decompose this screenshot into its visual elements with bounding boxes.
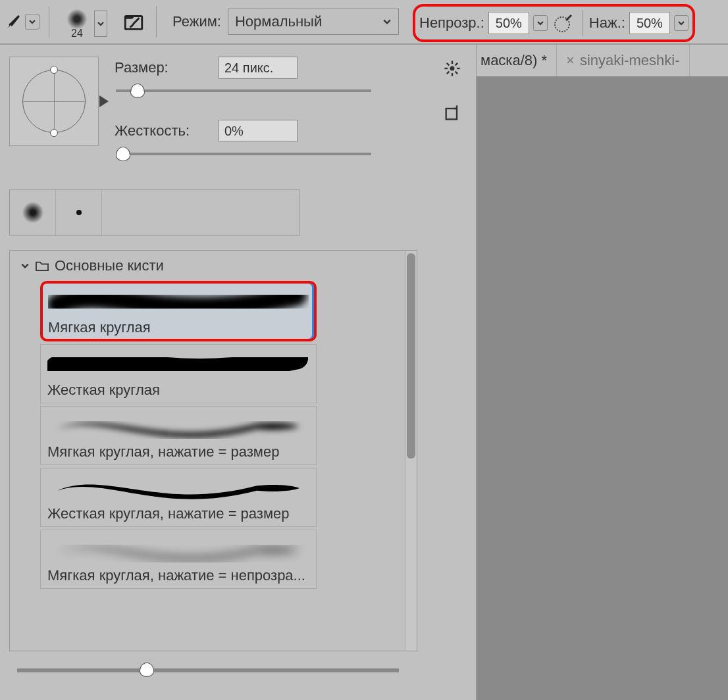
hardness-label: Жесткость: [115,122,207,139]
blend-mode-select[interactable]: Нормальный [228,9,399,35]
pressure-opacity-icon [553,12,574,34]
brush-stroke-preview [47,472,309,504]
flow-dropdown[interactable] [674,15,689,31]
blend-mode-group: Режим: Нормальный [172,9,399,35]
highlighted-opacity-flow: Непрозр.: 50% Наж.: 50% [413,4,695,42]
size-label: Размер: [115,59,207,76]
brush-stroke-preview [48,286,309,318]
svg-line-8 [455,72,458,74]
brush-folder-header[interactable]: Основные кисти [20,257,394,274]
preset-zoom-slider[interactable] [16,663,460,676]
scrollbar-thumb[interactable] [407,253,415,459]
document-tabs: маска/8) * × sinyaki-meshki- [477,45,728,76]
brush-preset-item[interactable]: Жесткая круглая, нажатие = размер [40,468,317,527]
new-preset-icon[interactable] [443,104,461,122]
brush-preset-item[interactable]: Мягкая круглая [40,281,317,341]
brush-preset-item[interactable]: Жесткая круглая [40,344,317,403]
recent-brushes-row [9,189,300,236]
size-input[interactable]: 24 пикс. [219,57,298,79]
chevron-down-icon [382,17,392,26]
folder-icon [35,260,49,272]
document-tab-1[interactable]: маска/8) * [477,45,557,76]
svg-line-9 [455,63,458,66]
brush-stroke-preview [47,349,309,380]
blend-mode-value: Нормальный [235,13,322,30]
flow-label: Наж.: [589,14,625,32]
brush-preset-popover: Размер: 24 пикс. Жесткость: 0% [0,45,477,700]
pressure-opacity-toggle[interactable] [552,11,575,35]
brush-angle-control[interactable] [9,57,99,146]
opacity-dropdown[interactable] [533,15,548,31]
recent-brush-1[interactable] [10,190,56,235]
svg-rect-11 [446,109,457,119]
brush-stroke-preview [47,411,309,442]
chevron-down-icon [20,261,30,270]
flow-input[interactable]: 50% [629,12,670,34]
hardness-slider[interactable] [116,147,371,161]
opacity-input[interactable]: 50% [488,12,529,34]
brush-angle-circle [22,70,86,133]
brush-preset-item[interactable]: Мягкая круглая, нажатие = непрозра... [40,530,317,589]
brush-preset-name: Жесткая круглая, нажатие = размер [47,505,309,522]
brush-angle-arrow[interactable] [99,95,109,107]
brush-preset-item[interactable]: Мягкая круглая, нажатие = размер [40,406,317,465]
brush-preset-name: Жесткая круглая [47,382,309,399]
svg-point-2 [450,66,455,71]
size-slider[interactable] [116,84,371,97]
options-bar: 24 Режим: Нормальный Непрозр.: 50% [0,0,728,45]
separator [49,6,49,38]
brush-settings-panel-button[interactable] [120,9,147,35]
brush-preset-name: Мягкая круглая, нажатие = непрозра... [47,567,309,584]
opacity-label: Непрозр.: [419,14,484,32]
folder-brush-icon [122,11,145,33]
brush-preset-name: Мягкая круглая, нажатие = размер [47,443,309,461]
brush-preview-thumb [66,8,88,30]
brush-preset-list: Основные кисти Мягкая круглая Жесткая кр… [9,250,417,651]
brush-icon [4,12,22,31]
brush-preview-size: 24 [71,28,83,39]
separator [156,6,157,38]
workspace: Размер: 24 пикс. Жесткость: 0% [0,45,728,700]
brush-preset-picker-dropdown[interactable] [94,11,107,37]
recent-brush-2[interactable] [56,190,102,235]
brush-folder-title: Основные кисти [55,257,164,274]
tool-dropdown[interactable] [25,14,39,30]
document-area: маска/8) * × sinyaki-meshki- [477,45,728,700]
active-tool[interactable] [4,12,39,31]
mode-label: Режим: [172,13,221,30]
gear-icon[interactable] [443,59,461,78]
separator [582,10,583,36]
svg-line-10 [447,72,450,74]
brush-stroke-preview [47,534,309,566]
svg-line-7 [447,63,450,66]
brush-preview[interactable]: 24 [59,4,95,39]
brush-preset-name: Мягкая круглая [48,319,309,336]
preset-scrollbar[interactable] [405,251,417,651]
hardness-input[interactable]: 0% [219,120,298,142]
document-tab-2[interactable]: × sinyaki-meshki- [557,45,689,76]
close-icon[interactable]: × [566,52,575,69]
